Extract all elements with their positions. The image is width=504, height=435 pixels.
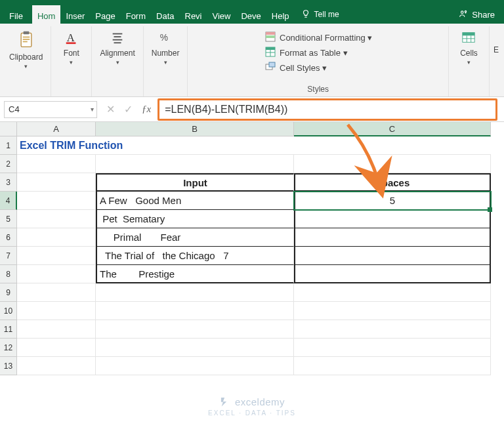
row-header-13[interactable]: 13 — [0, 357, 17, 375]
share-label: Share — [472, 10, 495, 20]
cell-a12[interactable] — [17, 339, 96, 357]
conditional-formatting-button[interactable]: Conditional Formatting ▾ — [265, 31, 372, 44]
cancel-formula-icon[interactable]: ✕ — [106, 103, 115, 115]
cell-b12[interactable] — [96, 339, 294, 357]
cell-c12[interactable] — [294, 339, 491, 357]
cell-b13[interactable] — [96, 357, 294, 375]
dropdown-icon: ▾ — [322, 63, 327, 73]
tab-data[interactable]: Data — [151, 5, 179, 24]
cell-a11[interactable] — [17, 320, 96, 339]
cells-button[interactable]: Cells▾ — [459, 28, 479, 66]
title-cell[interactable]: Excel TRIM Function — [17, 136, 491, 155]
tab-help[interactable]: Help — [266, 5, 295, 24]
percent-icon: % — [158, 30, 173, 47]
cell-spaces-4[interactable]: 5 — [294, 192, 491, 210]
cell-c11[interactable] — [294, 320, 491, 339]
tab-view[interactable]: View — [207, 5, 236, 24]
svg-point-1 — [465, 10, 467, 12]
svg-rect-6 — [22, 41, 27, 43]
row-header-6[interactable]: 6 — [0, 228, 17, 247]
cell-b11[interactable] — [96, 320, 294, 339]
row-header-3[interactable]: 3 — [0, 173, 17, 192]
alignment-icon — [110, 30, 125, 47]
svg-rect-18 — [266, 47, 275, 50]
tab-insert[interactable]: Inser — [60, 5, 90, 24]
tab-review[interactable]: Revi — [180, 5, 207, 24]
cell-a13[interactable] — [17, 357, 96, 375]
cell-a6[interactable] — [17, 228, 96, 247]
dropdown-icon: ▾ — [116, 59, 119, 66]
cell-styles-button[interactable]: Cell Styles ▾ — [265, 62, 327, 74]
cell-input-7[interactable]: The Trial of the Chicago 7 — [96, 247, 294, 265]
name-box[interactable]: C4 ▾ — [4, 101, 97, 118]
row-header-12[interactable]: 12 — [0, 339, 17, 357]
cell-input-4[interactable]: A Few Good Men — [96, 192, 294, 210]
header-spaces[interactable]: Spaces — [294, 173, 491, 192]
tab-home[interactable]: Hom — [32, 5, 60, 24]
cell-b2[interactable] — [96, 155, 294, 173]
column-header-b[interactable]: B — [96, 122, 294, 136]
svg-rect-16 — [266, 35, 275, 38]
tab-developer[interactable]: Deve — [236, 5, 266, 24]
cell-b10[interactable] — [96, 302, 294, 320]
tell-me-search[interactable]: Tell me — [295, 5, 346, 24]
cell-a8[interactable] — [17, 265, 96, 283]
row-header-11[interactable]: 11 — [0, 320, 17, 339]
editing-button[interactable]: E — [492, 28, 500, 54]
tab-file[interactable]: File — [0, 5, 32, 24]
font-button[interactable]: A Font▾ — [62, 28, 81, 66]
cell-c13[interactable] — [294, 357, 491, 375]
select-all-corner[interactable] — [0, 122, 17, 136]
row-header-2[interactable]: 2 — [0, 155, 17, 173]
dropdown-icon: ▾ — [24, 63, 28, 70]
watermark-text: exceldemy — [235, 396, 285, 407]
editing-initial: E — [494, 30, 499, 54]
cell-a4[interactable] — [17, 192, 96, 210]
cell-a10[interactable] — [17, 302, 96, 320]
fx-icon[interactable]: ƒx — [142, 104, 151, 115]
tab-page-layout[interactable]: Page — [90, 5, 120, 24]
cell-c2[interactable] — [294, 155, 491, 173]
enter-formula-icon[interactable]: ✓ — [124, 103, 133, 115]
header-input[interactable]: Input — [96, 173, 294, 192]
cell-b9[interactable] — [96, 283, 294, 302]
cell-a2[interactable] — [17, 155, 96, 173]
row-header-8[interactable]: 8 — [0, 265, 17, 283]
row-header-1[interactable]: 1 — [0, 136, 17, 155]
cell-a5[interactable] — [17, 210, 96, 228]
row-header-5[interactable]: 5 — [0, 210, 17, 228]
paste-button[interactable]: Clipboard▾ — [8, 28, 44, 70]
row-header-4[interactable]: 4 — [0, 192, 17, 210]
number-button[interactable]: % Number▾ — [150, 28, 181, 66]
clipboard-icon — [17, 30, 35, 51]
cell-c10[interactable] — [294, 302, 491, 320]
ribbon: Clipboard▾ A Font▾ Alignment▾ % Number▾ — [0, 24, 504, 97]
column-header-c[interactable]: C — [294, 122, 491, 136]
fill-handle[interactable] — [488, 207, 492, 212]
row-header-7[interactable]: 7 — [0, 247, 17, 265]
cell-spaces-8[interactable] — [294, 265, 491, 283]
cell-spaces-5[interactable] — [294, 210, 491, 228]
share-button[interactable]: Share — [450, 5, 504, 24]
row-header-9[interactable]: 9 — [0, 283, 17, 302]
worksheet-grid[interactable]: A B C 12345678910111213 Excel TRIM Funct… — [0, 122, 504, 435]
cell-a3[interactable] — [17, 173, 96, 192]
formula-bar[interactable]: =LEN(B4)-LEN(TRIM(B4)) — [158, 98, 497, 121]
cell-input-6[interactable]: Primal Fear — [96, 228, 294, 247]
cell-spaces-6[interactable] — [294, 228, 491, 247]
name-box-value: C4 — [9, 104, 20, 114]
cell-input-8[interactable]: The Prestige — [96, 265, 294, 283]
cell-c9[interactable] — [294, 283, 491, 302]
formula-text: =LEN(B4)-LEN(TRIM(B4)) — [165, 104, 287, 115]
cell-a9[interactable] — [17, 283, 96, 302]
format-as-table-button[interactable]: Format as Table ▾ — [265, 47, 348, 59]
cell-spaces-7[interactable] — [294, 247, 491, 265]
number-label: Number — [152, 49, 180, 58]
font-icon: A — [64, 30, 79, 47]
cell-input-5[interactable]: Pet Sematary — [96, 210, 294, 228]
column-header-a[interactable]: A — [17, 122, 96, 136]
tab-formulas[interactable]: Form — [121, 5, 151, 24]
row-header-10[interactable]: 10 — [0, 302, 17, 320]
alignment-button[interactable]: Alignment▾ — [98, 28, 136, 66]
cell-a7[interactable] — [17, 247, 96, 265]
